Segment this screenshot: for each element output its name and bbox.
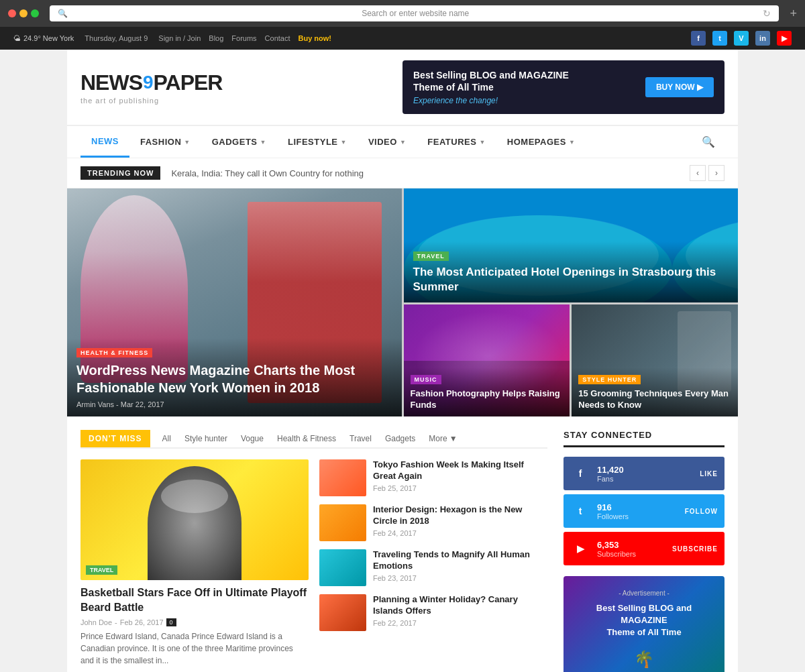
tab-all[interactable]: All: [156, 430, 178, 447]
url-text: Search or enter website name: [72, 9, 759, 18]
article-list: Tokyo Fashion Week Is Making Itself Grea…: [319, 459, 547, 667]
featured-article-image[interactable]: Travel: [80, 459, 309, 580]
tab-more[interactable]: More ▼: [422, 430, 464, 447]
browser-dots: [8, 9, 39, 17]
trending-bar: TRENDING NOW Kerala, India: They call it…: [67, 158, 738, 188]
featured-date: Feb 26, 2017: [120, 618, 164, 626]
facebook-connect[interactable]: f 11,420 Fans LIKE: [564, 457, 724, 490]
twitter-count: 916: [597, 502, 678, 512]
list-item[interactable]: Tokyo Fashion Week Is Making Itself Grea…: [319, 459, 547, 496]
youtube-connect[interactable]: ▶ 6,353 Subscribers SUBSCRIBE: [564, 532, 724, 565]
date-display: Thursday, August 9: [85, 34, 148, 42]
nav-item-lifestyle[interactable]: LIFESTYLE ▼: [277, 127, 358, 158]
tab-health[interactable]: Health & Fitness: [270, 430, 343, 447]
facebook-like-button[interactable]: LIKE: [700, 470, 718, 478]
header-banner[interactable]: Best Selling BLOG and MAGAZINETheme of A…: [402, 60, 724, 114]
list-content-4: Planning a Winter Holiday? Canary Island…: [373, 594, 547, 627]
featured-article-title: Basketball Stars Face Off in Ultimate Pl…: [80, 585, 309, 616]
top-bar: 🌤 24.9° New York Thursday, August 9 Sign…: [0, 27, 805, 50]
featured-article-category: Travel: [86, 565, 117, 575]
hero-top-right-article[interactable]: TRAVEL The Most Anticipated Hotel Openin…: [404, 188, 739, 302]
twitter-follow-button[interactable]: FOLLOW: [685, 508, 718, 515]
twitter-info: 916 Followers: [597, 502, 678, 520]
facebook-count: 11,420: [597, 465, 693, 475]
featured-meta-sep: -: [115, 618, 117, 626]
buy-link[interactable]: Buy now!: [299, 34, 332, 42]
new-tab-button[interactable]: +: [790, 7, 797, 21]
site-header: NEWS 9 PAPER the art of publishing Best …: [67, 50, 738, 125]
nav-item-homepages[interactable]: HOMEPAGES ▼: [496, 127, 586, 158]
tab-travel[interactable]: Travel: [343, 430, 378, 447]
nav-item-features[interactable]: FEATURES ▼: [417, 127, 496, 158]
hero-section: HEALTH & FITNESS WordPress News Magazine…: [67, 188, 738, 416]
weather-info: 🌤 24.9° New York: [13, 34, 74, 42]
nav-search-icon[interactable]: 🔍: [692, 126, 724, 158]
list-thumb-3: [319, 549, 366, 586]
facebook-icon[interactable]: f: [691, 31, 706, 46]
tab-gadgets[interactable]: Gadgets: [378, 430, 422, 447]
list-title-1: Tokyo Fashion Week Is Making Itself Grea…: [373, 459, 547, 482]
youtube-info: 6,353 Subscribers: [597, 540, 665, 558]
list-item[interactable]: Interior Design: Hexagon is the New Circ…: [319, 504, 547, 541]
trending-next[interactable]: ›: [708, 165, 724, 181]
list-content-2: Interior Design: Hexagon is the New Circ…: [373, 504, 547, 537]
sidebar-advertisement[interactable]: - Advertisement - Best Selling BLOG and …: [564, 576, 724, 672]
nav-item-news[interactable]: NEWS: [80, 127, 129, 158]
close-dot[interactable]: [8, 9, 16, 17]
hero-main-date: Mar 22, 2017: [121, 400, 164, 408]
browser-url-bar[interactable]: 🔍 Search or enter website name ↻: [50, 5, 779, 21]
logo-subtitle: the art of publishing: [80, 97, 222, 105]
featured-person-shape: [148, 466, 241, 580]
top-bar-links: Sign in / Join Blog Forums Contact Buy n…: [158, 34, 331, 42]
minimize-dot[interactable]: [19, 9, 28, 17]
vimeo-icon[interactable]: V: [734, 31, 749, 46]
hero-bottom-right-article[interactable]: STYLE HUNTER 15 Grooming Techniques Ever…: [572, 304, 738, 416]
twitter-icon[interactable]: t: [712, 31, 727, 46]
nav-item-gadgets[interactable]: GADGETS ▼: [201, 127, 277, 158]
trending-text: Kerala, India: They call it Own Country …: [171, 168, 679, 178]
tab-vogue[interactable]: Vogue: [234, 430, 270, 447]
nav-items: NEWS FASHION ▼ GADGETS ▼ LIFESTYLE ▼ VID…: [80, 127, 586, 158]
article-grid: Travel Basketball Stars Face Off in Ulti…: [80, 459, 547, 667]
hero-main-article[interactable]: HEALTH & FITNESS WordPress News Magazine…: [67, 188, 402, 416]
maximize-dot[interactable]: [31, 9, 39, 17]
nav-item-fashion[interactable]: FASHION ▼: [129, 127, 201, 158]
tab-style[interactable]: Style hunter: [178, 430, 234, 447]
list-content-1: Tokyo Fashion Week Is Making Itself Grea…: [373, 459, 547, 492]
dont-miss-section: DON'T MISS All Style hunter Vogue Health…: [80, 430, 547, 672]
trending-prev[interactable]: ‹: [690, 165, 706, 181]
weather-icon: 🌤: [13, 34, 21, 42]
stay-connected-title: STAY CONNECTED: [564, 430, 724, 447]
top-bar-left: 🌤 24.9° New York Thursday, August 9 Sign…: [13, 34, 331, 42]
nav-item-video[interactable]: VIDEO ▼: [358, 127, 417, 158]
signin-link[interactable]: Sign in / Join: [158, 34, 201, 42]
hero-top-right-category: TRAVEL: [413, 251, 449, 261]
hero-main-sep: -: [116, 400, 121, 408]
hero-main-title: WordPress News Magazine Charts the Most …: [76, 361, 392, 396]
facebook-info: 11,420 Fans: [597, 465, 693, 483]
youtube-subscribe-button[interactable]: SUBSCRIBE: [672, 545, 718, 553]
youtube-label: Subscribers: [597, 550, 665, 558]
hero-top-right-title: The Most Anticipated Hotel Openings in S…: [413, 265, 729, 294]
forums-link[interactable]: Forums: [231, 34, 256, 42]
refresh-icon[interactable]: ↻: [763, 8, 771, 19]
hero-bottom-right-overlay: STYLE HUNTER 15 Grooming Techniques Ever…: [572, 368, 738, 416]
logo-number: 9: [143, 72, 153, 93]
list-thumb-1: [319, 459, 366, 496]
hero-bottom-left-article[interactable]: MUSIC Fashion Photography Helps Raising …: [404, 304, 570, 416]
list-item[interactable]: Traveling Tends to Magnify All Human Emo…: [319, 549, 547, 586]
contact-link[interactable]: Contact: [265, 34, 290, 42]
facebook-label: Fans: [597, 475, 693, 483]
blog-link[interactable]: Blog: [209, 34, 223, 42]
hero-bottom-right: MUSIC Fashion Photography Helps Raising …: [404, 304, 739, 416]
list-item[interactable]: Planning a Winter Holiday? Canary Island…: [319, 594, 547, 631]
featured-author: John Doe: [80, 618, 112, 626]
twitter-connect[interactable]: t 916 Followers FOLLOW: [564, 494, 724, 528]
hero-bottom-right-category: STYLE HUNTER: [578, 375, 641, 384]
banner-buy-button[interactable]: BUY NOW ▶: [645, 77, 714, 97]
content-section: DON'T MISS All Style hunter Vogue Health…: [67, 416, 738, 672]
vk-icon[interactable]: in: [755, 31, 770, 46]
list-thumb-2: [319, 504, 366, 541]
youtube-icon[interactable]: ▶: [777, 31, 792, 46]
dont-miss-label: DON'T MISS: [80, 430, 150, 447]
